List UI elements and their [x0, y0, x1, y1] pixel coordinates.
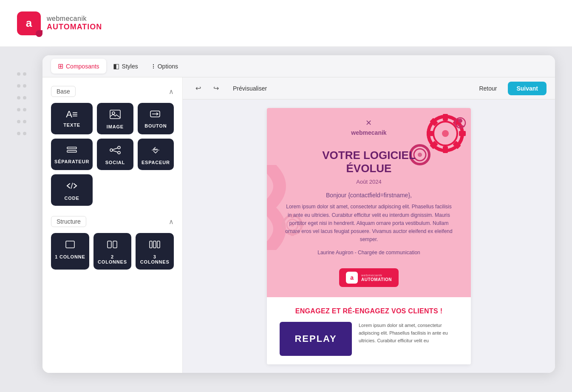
- next-button[interactable]: Suivant: [508, 82, 547, 95]
- structure-section-header: Structure ∧: [51, 216, 174, 227]
- back-button[interactable]: Retour: [472, 82, 504, 95]
- email-logo-area: ✕ webmecanik: [351, 118, 386, 136]
- tab-options[interactable]: ⫶ Options: [145, 59, 185, 74]
- texte-label: TEXTE: [63, 122, 80, 128]
- component-separateur[interactable]: SÉPARATEUR: [51, 139, 93, 170]
- editor-body: Base ∧ A≡ TEXTE: [42, 77, 555, 373]
- svg-point-1: [112, 112, 115, 114]
- svg-point-6: [110, 149, 113, 151]
- 1colonne-label: 1 COLONNE: [55, 254, 85, 259]
- email-card: ✕ webmecanik VOTRE LOGICIEL ÉVOLUE: [267, 108, 471, 364]
- email-header-section: ✕ webmecanik VOTRE LOGICIEL ÉVOLUE: [267, 108, 471, 297]
- svg-rect-5: [67, 151, 76, 152]
- email-preview: ✕ webmecanik VOTRE LOGICIEL ÉVOLUE: [183, 99, 555, 373]
- 3colonnes-label: 3 COLONNES: [139, 254, 170, 264]
- svg-line-10: [113, 151, 118, 152]
- tab-styles[interactable]: ◧ Styles: [106, 59, 145, 74]
- bouton-label: BOUTON: [144, 123, 167, 128]
- replay-thumbnail: REPLAY: [280, 322, 352, 356]
- composants-icon: ⊞: [58, 62, 63, 70]
- image-icon: [110, 110, 121, 121]
- email-greeting: Bonjour {contactfield=firstname},: [267, 192, 471, 199]
- options-icon: ⫶: [152, 62, 155, 70]
- component-image[interactable]: IMAGE: [97, 103, 133, 134]
- email-date: Août 2024: [267, 179, 471, 185]
- svg-rect-13: [66, 241, 74, 248]
- replay-label: REPLAY: [294, 333, 337, 344]
- editor-toolbar: ⊞ Composants ◧ Styles ⫶ Options: [42, 55, 555, 77]
- section2-title: ENGAGEZ ET RÉ-ENGAGEZ VOS CLIENTS !: [280, 307, 458, 315]
- badge-letter: a: [350, 274, 354, 281]
- separateur-icon: [66, 145, 77, 156]
- social-icon: [109, 145, 121, 156]
- svg-rect-4: [67, 147, 76, 149]
- tab-styles-label: Styles: [122, 63, 138, 70]
- email-header-top: ✕ webmecanik: [267, 108, 471, 140]
- espaceur-label: ESPACEUR: [142, 160, 170, 165]
- email-brand-text: webmecanik: [351, 129, 386, 136]
- logo-text: webmecanik AUTOMATION: [47, 15, 102, 31]
- base-section-header: Base ∧: [51, 86, 174, 97]
- component-bouton[interactable]: BOUTON: [138, 103, 174, 134]
- structure-section-title: Structure: [51, 216, 86, 227]
- component-code[interactable]: CODE: [51, 174, 93, 206]
- base-chevron-icon[interactable]: ∧: [169, 88, 174, 96]
- social-label: SOCIAL: [105, 160, 125, 165]
- svg-rect-14: [108, 241, 111, 248]
- espaceur-icon: [150, 145, 161, 156]
- svg-rect-16: [150, 241, 152, 248]
- component-2colonnes[interactable]: 2 COLONNES: [93, 233, 132, 270]
- redo-button[interactable]: ↪: [209, 82, 223, 95]
- email-main-title: VOTRE LOGICIEL ÉVOLUE: [267, 140, 471, 179]
- undo-button[interactable]: ↩: [191, 82, 205, 95]
- email-title-line1: VOTRE LOGICIEL: [322, 149, 416, 162]
- 1colonne-icon: [65, 240, 76, 251]
- tab-composants[interactable]: ⊞ Composants: [51, 59, 106, 74]
- base-section-title: Base: [51, 86, 76, 97]
- base-components-grid: A≡ TEXTE IMAGE: [51, 103, 174, 206]
- brand-name: webmecanik: [47, 15, 102, 23]
- svg-rect-17: [153, 241, 156, 248]
- texte-icon: A≡: [66, 110, 78, 119]
- sidebar-dots: [17, 55, 42, 135]
- component-texte[interactable]: A≡ TEXTE: [51, 103, 93, 134]
- email-logo-badge: a webmecanik AUTOMATION: [339, 268, 399, 287]
- canvas-toolbar: ↩ ↪ Prévisualiser Retour Suivant: [183, 77, 555, 99]
- tab-composants-label: Composants: [66, 63, 99, 70]
- separateur-label: SÉPARATEUR: [54, 159, 89, 164]
- badge-name: webmecanik: [361, 273, 392, 277]
- structure-chevron-icon[interactable]: ∧: [169, 218, 174, 226]
- badge-text: webmecanik AUTOMATION: [361, 273, 392, 282]
- components-panel: Base ∧ A≡ TEXTE: [42, 77, 183, 373]
- canvas-area: ↩ ↪ Prévisualiser Retour Suivant: [183, 77, 555, 373]
- canvas-right-actions: Retour Suivant: [472, 82, 547, 95]
- image-label: IMAGE: [107, 124, 124, 129]
- preview-button[interactable]: Prévisualiser: [227, 82, 273, 94]
- badge-auto: AUTOMATION: [361, 277, 392, 282]
- 2colonnes-icon: [107, 240, 118, 251]
- component-espaceur[interactable]: ESPACEUR: [138, 139, 174, 170]
- component-3colonnes[interactable]: 3 COLONNES: [136, 233, 174, 270]
- email-body-text: Lorem ipsum dolor sit amet, consectetur …: [267, 203, 471, 244]
- email-section-2: ENGAGEZ ET RÉ-ENGAGEZ VOS CLIENTS ! REPL…: [267, 297, 471, 364]
- 3colonnes-icon: [149, 240, 160, 251]
- email-logo-x: ✕: [365, 118, 372, 128]
- svg-rect-15: [113, 241, 117, 248]
- top-header: a webmecanik AUTOMATION: [0, 0, 572, 47]
- editor-container: ⊞ Composants ◧ Styles ⫶ Options Base ∧: [42, 55, 555, 373]
- tab-options-label: Options: [158, 63, 178, 70]
- code-label: CODE: [65, 196, 79, 201]
- 2colonnes-label: 2 COLONNES: [97, 254, 128, 264]
- svg-line-9: [113, 148, 118, 150]
- logo-letter: a: [26, 17, 32, 30]
- email-logo-footer: a webmecanik AUTOMATION: [267, 264, 471, 297]
- code-icon: [66, 181, 78, 192]
- bouton-icon: [150, 110, 161, 120]
- component-social[interactable]: SOCIAL: [97, 139, 133, 170]
- component-1colonne[interactable]: 1 COLONNE: [51, 233, 89, 270]
- app-logo-icon: a: [17, 11, 41, 35]
- svg-rect-0: [110, 110, 120, 119]
- svg-rect-18: [157, 241, 160, 248]
- email-signature: Laurine Augiron - Chargée de communicati…: [267, 250, 471, 264]
- email-title-line2: ÉVOLUE: [346, 162, 392, 175]
